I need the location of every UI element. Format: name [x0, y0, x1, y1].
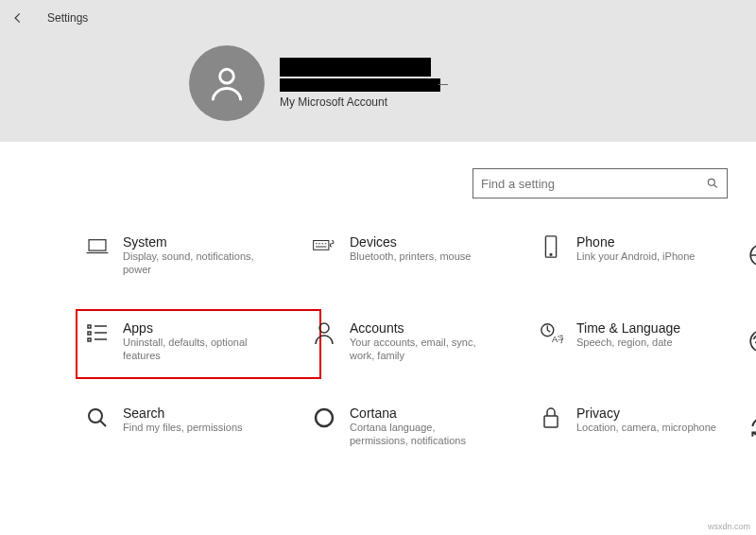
tile-sub: Bluetooth, printers, mouse [350, 250, 471, 263]
profile-block: My Microsoft Account [189, 45, 440, 121]
redacted-name [280, 58, 431, 77]
redacted-email [280, 78, 440, 92]
apps-icon [85, 320, 110, 345]
avatar [189, 45, 265, 121]
account-link[interactable]: My Microsoft Account [280, 95, 440, 109]
phone-icon [539, 234, 563, 259]
svg-rect-16 [544, 416, 558, 427]
tile-sub: Find my files, permissions [123, 421, 243, 434]
tile-label: Phone [576, 234, 695, 250]
tile-sub: Link your Android, iPhone [576, 250, 695, 263]
keyboard-icon [312, 234, 336, 259]
tile-phone[interactable]: Phone Link your Android, iPhone [539, 234, 737, 277]
tile-devices[interactable]: Devices Bluetooth, printers, mouse [312, 234, 539, 277]
time-language-icon: A字 [539, 320, 563, 345]
svg-rect-8 [88, 332, 91, 335]
search-icon [706, 177, 719, 190]
cortana-icon [312, 406, 336, 430]
svg-point-10 [319, 323, 329, 333]
side-gaming-icon[interactable] [737, 320, 756, 363]
tile-sub: Display, sound, notifications, power [123, 250, 265, 277]
tile-sub: Speech, region, date [576, 336, 680, 349]
lock-icon [539, 406, 563, 430]
svg-point-1 [708, 179, 714, 185]
search-box[interactable] [472, 168, 728, 198]
tile-label: Accounts [350, 320, 491, 336]
svg-text:A字: A字 [552, 335, 563, 344]
svg-rect-9 [88, 338, 91, 341]
svg-point-13 [750, 331, 756, 352]
tile-cortana[interactable]: Cortana Cortana language, permissions, n… [312, 406, 539, 448]
tile-label: Apps [123, 320, 265, 336]
tile-label: System [123, 234, 265, 250]
svg-point-5 [550, 253, 552, 255]
tile-time-language[interactable]: A字 Time & Language Speech, region, date [539, 320, 737, 363]
tile-apps[interactable]: Apps Uninstall, defaults, optional featu… [76, 309, 321, 380]
svg-rect-2 [89, 240, 106, 250]
settings-grid: System Display, sound, notifications, po… [85, 234, 756, 448]
svg-rect-3 [314, 241, 329, 250]
svg-point-15 [316, 409, 333, 426]
tile-sub: Location, camera, microphone [576, 421, 716, 434]
person-icon [312, 320, 336, 345]
back-button[interactable] [11, 11, 25, 25]
tile-search[interactable]: Search Find my files, permissions [85, 406, 312, 448]
side-update-icon[interactable] [737, 406, 756, 448]
tile-label: Privacy [576, 406, 716, 421]
tile-privacy[interactable]: Privacy Location, camera, microphone [539, 406, 737, 448]
watermark: wsxdn.com [708, 522, 750, 531]
tile-system[interactable]: System Display, sound, notifications, po… [85, 234, 312, 277]
laptop-icon [85, 234, 110, 259]
tile-label: Time & Language [576, 320, 680, 336]
tile-accounts[interactable]: Accounts Your accounts, email, sync, wor… [312, 320, 539, 363]
tile-label: Search [123, 406, 243, 421]
tile-sub: Cortana language, permissions, notificat… [350, 421, 491, 448]
page-title: Settings [47, 11, 88, 25]
side-network-icon[interactable] [737, 234, 756, 277]
header-banner: Settings My Microsoft Account [0, 0, 756, 142]
tile-sub: Uninstall, defaults, optional features [123, 336, 265, 363]
tile-label: Devices [350, 234, 471, 250]
svg-point-14 [89, 409, 102, 423]
svg-point-0 [220, 69, 234, 83]
svg-rect-7 [88, 325, 91, 328]
tile-label: Cortana [350, 406, 491, 421]
tile-sub: Your accounts, email, sync, work, family [350, 336, 491, 363]
magnifier-icon [85, 406, 110, 430]
search-input[interactable] [481, 177, 706, 191]
